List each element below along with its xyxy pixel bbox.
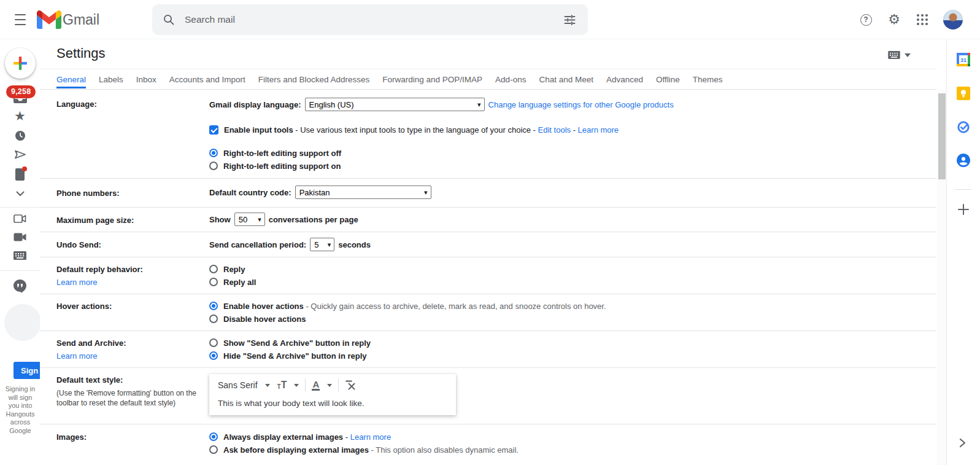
enable-hover-actions-radio[interactable] [209, 302, 218, 310]
settings-gear-button[interactable]: ⚙ [887, 12, 901, 27]
sidebar-item-snoozed[interactable] [0, 130, 40, 141]
text-style-preview: This is what your body text will look li… [209, 396, 456, 409]
hide-send-archive-radio[interactable] [209, 351, 218, 360]
join-meeting-icon [14, 233, 26, 241]
rtl-off-radio[interactable] [209, 149, 218, 157]
sidebar-item-drafts[interactable] [0, 168, 40, 181]
hangouts-button[interactable] [0, 279, 40, 293]
search-input[interactable] [185, 14, 560, 25]
images-learn-more-link[interactable]: Learn more [350, 432, 391, 442]
caret-down-icon [905, 53, 911, 57]
tab-advanced[interactable]: Advanced [606, 70, 643, 88]
plus-icon [957, 203, 970, 216]
row-send-and-archive: Send and Archive: Learn more Show "Send … [40, 331, 936, 368]
row-label: Default text style: (Use the 'Remove for… [40, 368, 209, 424]
disable-hover-actions-radio[interactable] [209, 315, 218, 323]
show-send-archive-label: Show "Send & Archive" button in reply [223, 337, 371, 349]
gear-icon: ⚙ [888, 13, 900, 26]
display-language-select[interactable]: English (US) [305, 98, 485, 111]
tab-themes[interactable]: Themes [693, 70, 723, 88]
reply-learn-more-link[interactable]: Learn more [56, 278, 97, 287]
ask-before-images-radio[interactable] [209, 445, 218, 454]
left-navigation-rail: 9,258 ★ Sign in Signing in will sign you… [0, 40, 40, 465]
row-label: Default reply behavior: Learn more [40, 257, 209, 294]
row-label: Hover actions: [40, 294, 209, 330]
hangouts-sign-in-button[interactable]: Sign in [14, 362, 40, 379]
hangouts-sign-in-note: Signing in will sign you into Hangouts a… [4, 385, 36, 435]
main-menu-icon[interactable] [12, 14, 28, 25]
meet-new-meeting[interactable] [0, 214, 40, 223]
caret-down-icon [265, 384, 270, 387]
sidebar-item-starred[interactable]: ★ [0, 109, 40, 122]
remove-formatting-button[interactable] [345, 380, 357, 391]
change-language-link[interactable]: Change language settings for other Googl… [488, 99, 674, 111]
text-style-note: (Use the 'Remove formatting' button on t… [56, 388, 203, 408]
main-scrollbar-thumb[interactable] [938, 93, 946, 179]
display-language-label: Gmail display language: [209, 99, 301, 111]
dial-pad-button[interactable] [0, 251, 40, 260]
edit-tools-link[interactable]: Edit tools [538, 125, 571, 135]
row-undo-send: Undo Send: Send cancellation period: 5 s… [40, 232, 936, 257]
search-icon[interactable] [163, 14, 175, 26]
brand-title: Gmail [63, 12, 99, 28]
meet-join-meeting[interactable] [0, 233, 40, 241]
contacts-button[interactable] [957, 154, 970, 170]
hover-actions-description: - Quickly gain access to archive, delete… [304, 302, 606, 311]
reply-all-radio[interactable] [209, 278, 218, 286]
row-maximum-page-size: Maximum page size: Show 50 conversations… [40, 208, 936, 232]
show-send-archive-radio[interactable] [209, 338, 218, 347]
enable-hover-actions-label: Enable hover actions [223, 302, 304, 311]
ask-before-images-description: - This option also disables dynamic emai… [369, 445, 519, 455]
tab-offline[interactable]: Offline [656, 70, 680, 88]
rtl-on-radio[interactable] [209, 162, 218, 170]
tab-labels[interactable]: Labels [99, 70, 123, 88]
country-code-select[interactable]: Pakistan [295, 186, 431, 199]
calendar-button[interactable]: 31 [957, 53, 970, 69]
calendar-icon: 31 [957, 53, 970, 66]
tab-filters-and-blocked-addresses[interactable]: Filters and Blocked Addresses [258, 70, 370, 88]
google-apps-button[interactable] [915, 12, 930, 27]
tab-add-ons[interactable]: Add-ons [495, 70, 526, 88]
help-button[interactable]: ? [858, 12, 873, 27]
always-display-images-radio[interactable] [209, 432, 218, 441]
sidebar-item-sent[interactable] [0, 150, 40, 159]
row-default-reply-behavior: Default reply behavior: Learn more Reply… [40, 257, 936, 294]
text-style-editor: Sans Serif TT A [209, 374, 456, 415]
text-color-dropdown[interactable]: A [312, 380, 332, 391]
compose-plus-icon [12, 55, 28, 71]
input-tools-toggle[interactable] [888, 51, 911, 59]
font-size-dropdown[interactable]: TT [277, 380, 299, 390]
search-options-icon[interactable] [560, 10, 579, 29]
send-archive-learn-more-link[interactable]: Learn more [56, 351, 97, 361]
row-label: Language: [40, 90, 209, 178]
account-avatar[interactable] [943, 10, 963, 29]
compose-button[interactable] [5, 48, 36, 79]
tab-chat-and-meet[interactable]: Chat and Meet [539, 70, 593, 88]
enable-input-tools-checkbox[interactable] [209, 125, 218, 135]
page-size-select[interactable]: 50 [234, 213, 265, 226]
cancellation-period-select[interactable]: 5 [310, 238, 334, 251]
settings-main: Settings General Labels Inbox Accounts a… [40, 40, 936, 465]
hide-side-panel-button[interactable] [959, 438, 966, 450]
row-phone-numbers: Phone numbers: Default country code: Pak… [40, 179, 936, 208]
hide-send-archive-label: Hide "Send & Archive" button in reply [223, 350, 367, 362]
reply-radio[interactable] [209, 265, 218, 273]
drafts-notification-dot [22, 166, 27, 171]
contacts-icon [957, 154, 970, 167]
keep-icon [957, 87, 970, 100]
keep-button[interactable] [957, 87, 970, 103]
tab-accounts-and-import[interactable]: Accounts and Import [169, 70, 245, 88]
tab-general[interactable]: General [56, 70, 86, 88]
tab-inbox[interactable]: Inbox [136, 70, 156, 88]
tab-forwarding-and-pop-imap[interactable]: Forwarding and POP/IMAP [382, 70, 482, 88]
caret-down-icon [294, 384, 299, 387]
get-add-ons-button[interactable] [957, 203, 970, 218]
rail-divider [0, 270, 40, 271]
sidebar-more-toggle[interactable] [0, 191, 40, 197]
font-family-dropdown[interactable]: Sans Serif [218, 380, 270, 391]
inbox-unread-badge: 9,258 [6, 85, 36, 98]
page-size-suffix: conversations per page [269, 214, 358, 225]
input-tools-learn-more-link[interactable]: Learn more [578, 125, 619, 135]
tasks-button[interactable] [957, 120, 970, 136]
chevron-down-icon [16, 191, 25, 197]
